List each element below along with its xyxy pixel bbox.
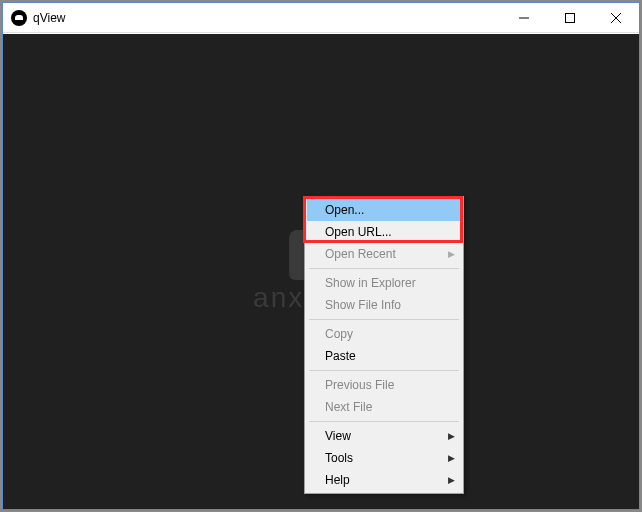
close-button[interactable] [593, 3, 639, 32]
chevron-right-icon: ▶ [448, 475, 455, 485]
menu-help[interactable]: Help ▶ [307, 469, 461, 491]
menu-open-label: Open... [325, 203, 364, 217]
menu-open-recent-label: Open Recent [325, 247, 396, 261]
menu-show-file-info[interactable]: Show File Info [307, 294, 461, 316]
minimize-icon [519, 13, 529, 23]
menu-open-url[interactable]: Open URL... [307, 221, 461, 243]
window-title: qView [33, 11, 65, 25]
menu-open-recent[interactable]: Open Recent ▶ [307, 243, 461, 265]
menu-next-file[interactable]: Next File [307, 396, 461, 418]
menu-show-explorer[interactable]: Show in Explorer [307, 272, 461, 294]
chevron-right-icon: ▶ [448, 249, 455, 259]
menu-open[interactable]: Open... [307, 199, 461, 221]
menu-view[interactable]: View ▶ [307, 425, 461, 447]
menu-previous-file[interactable]: Previous File [307, 374, 461, 396]
menu-open-url-label: Open URL... [325, 225, 392, 239]
menu-next-file-label: Next File [325, 400, 372, 414]
context-menu: Open... Open URL... Open Recent ▶ Show i… [304, 196, 464, 494]
close-icon [611, 13, 621, 23]
menu-help-label: Help [325, 473, 350, 487]
menu-previous-file-label: Previous File [325, 378, 394, 392]
menu-paste-label: Paste [325, 349, 356, 363]
menu-tools-label: Tools [325, 451, 353, 465]
menu-tools[interactable]: Tools ▶ [307, 447, 461, 469]
menu-view-label: View [325, 429, 351, 443]
menu-separator [309, 421, 459, 422]
menu-show-explorer-label: Show in Explorer [325, 276, 416, 290]
menu-paste[interactable]: Paste [307, 345, 461, 367]
maximize-icon [565, 13, 575, 23]
svg-rect-1 [566, 13, 575, 22]
maximize-button[interactable] [547, 3, 593, 32]
menu-separator [309, 319, 459, 320]
window-controls [501, 3, 639, 32]
menu-copy[interactable]: Copy [307, 323, 461, 345]
minimize-button[interactable] [501, 3, 547, 32]
chevron-right-icon: ▶ [448, 431, 455, 441]
titlebar: qView [3, 3, 639, 33]
chevron-right-icon: ▶ [448, 453, 455, 463]
menu-show-file-info-label: Show File Info [325, 298, 401, 312]
app-icon [11, 10, 27, 26]
menu-separator [309, 268, 459, 269]
menu-copy-label: Copy [325, 327, 353, 341]
menu-separator [309, 370, 459, 371]
